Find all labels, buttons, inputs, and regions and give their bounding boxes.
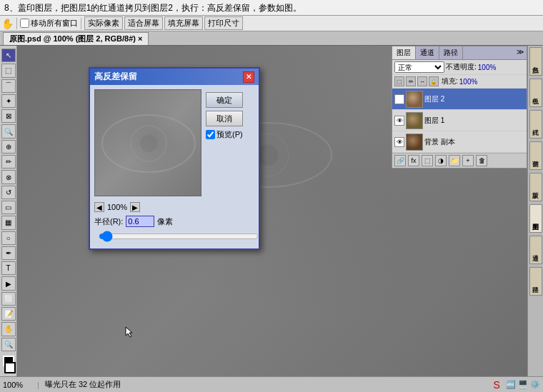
dialog-ok-button[interactable]: 确定	[206, 92, 243, 108]
zoom-tool[interactable]: 🔍	[1, 338, 16, 351]
channels-far-tab[interactable]: 通道	[529, 236, 542, 264]
move-tool[interactable]: ↖	[1, 49, 16, 62]
channels-tab[interactable]: 通道	[416, 46, 439, 59]
add-style-btn[interactable]: fx	[408, 155, 419, 166]
layer-2-thumb-inner	[407, 91, 422, 107]
hand-tool[interactable]: ✋	[1, 322, 16, 336]
background-color[interactable]	[4, 362, 16, 373]
text-tool[interactable]: T	[1, 261, 16, 275]
actual-pixels-btn[interactable]: 实际像素	[84, 16, 123, 30]
slider-row	[90, 231, 259, 248]
clone-tool[interactable]: ⊗	[1, 170, 16, 184]
marquee-tool[interactable]: ⬚	[1, 64, 16, 77]
styles-tab[interactable]: 样式	[529, 110, 542, 139]
dialog-body: 确定 取消 预览(P)	[90, 85, 259, 201]
far-right-panel: 颜色 色板 样式 调整 蒙版 图层 通道 路径	[527, 46, 543, 376]
move-all-windows-checkbox[interactable]	[20, 19, 29, 28]
paths-tab[interactable]: 路径	[439, 46, 463, 59]
main-tab[interactable]: 原图.psd @ 100% (图层 2, RGB/8#) ×	[3, 32, 149, 45]
layers-panel-header: 图层 通道 路径 ≫	[392, 46, 527, 60]
path-select-tool[interactable]: ▶	[1, 276, 16, 290]
preview-eye-svg	[95, 90, 201, 196]
history-brush-tool[interactable]: ↺	[1, 186, 16, 199]
dialog-cancel-button[interactable]: 取消	[206, 111, 243, 126]
swatches-tab[interactable]: 色板	[529, 79, 542, 107]
layer-row-2[interactable]: 👁 图层 2	[392, 89, 527, 110]
eraser-tool[interactable]: ▭	[1, 201, 16, 214]
radius-unit: 像素	[157, 216, 173, 227]
lock-transparent-icon[interactable]: ⬚	[394, 76, 404, 86]
status-info: 曝光只在 32 位起作用	[45, 379, 488, 390]
print-size-btn[interactable]: 打印尺寸	[204, 16, 243, 30]
masks-tab[interactable]: 蒙版	[529, 173, 542, 201]
preview-checkbox-label[interactable]: 预览(P)	[206, 129, 243, 140]
hand-tool-icon[interactable]: ✋	[1, 18, 14, 29]
fill-screen-btn[interactable]: 填充屏幕	[164, 16, 203, 30]
dialog-preview-image	[95, 90, 201, 196]
zoom-out-btn[interactable]: ◀	[94, 202, 104, 212]
pen-tool[interactable]: ✒	[1, 246, 16, 260]
layer-bg-visibility[interactable]: 👁	[394, 137, 404, 147]
dodge-tool[interactable]: ○	[1, 231, 16, 245]
dialog-close-button[interactable]: ✕	[243, 71, 254, 83]
move-all-windows-check[interactable]: 移动所有窗口	[20, 18, 78, 29]
adjustments-tab[interactable]: 调整	[529, 141, 542, 170]
high-pass-dialog: 高反差保留 ✕ 确定 取消	[89, 67, 260, 250]
layers-tab[interactable]: 图层	[392, 46, 416, 59]
add-mask-btn[interactable]: ⬚	[422, 155, 433, 166]
layers-far-tab[interactable]: 图层	[529, 204, 542, 233]
lasso-tool[interactable]: ⌒	[1, 79, 16, 93]
radius-row: 半径(R): 像素	[90, 213, 259, 231]
layer-bg-name: 背景 副本	[424, 137, 524, 147]
shape-tool[interactable]: ⬜	[1, 292, 16, 306]
layer-2-visibility[interactable]: 👁	[394, 94, 404, 104]
eyedropper-tool[interactable]: 🔍	[1, 124, 16, 138]
instruction-text: 8、盖印图层，把图层1的红通道拷贝到图层2，执行：高反差保留，参数如图。	[4, 3, 302, 13]
layer-1-thumb	[406, 112, 423, 129]
radius-slider[interactable]	[99, 231, 259, 241]
status-icon-s: S	[494, 379, 500, 391]
layer-row-bg[interactable]: 👁 背景 副本	[392, 131, 527, 153]
preview-label: 预览(P)	[216, 129, 243, 140]
blend-mode-select[interactable]: 正常	[394, 61, 444, 73]
preview-checkbox[interactable]	[206, 130, 215, 139]
opacity-value[interactable]: 100%	[478, 64, 497, 71]
instruction-bar: 8、盖印图层，把图层1的红通道拷贝到图层2，执行：高反差保留，参数如图。	[0, 0, 543, 16]
lock-move-icon[interactable]: ↔	[417, 76, 427, 86]
status-icons: 🔤 🖥️ ⚙️	[506, 380, 540, 389]
color-tab[interactable]: 颜色	[529, 47, 542, 76]
zoom-in-btn[interactable]: ▶	[130, 202, 140, 212]
layer-row-1[interactable]: 👁 图层 1	[392, 110, 527, 131]
radius-label: 半径(R):	[94, 216, 123, 227]
magic-wand-tool[interactable]: ✦	[1, 94, 16, 108]
dialog-title-bar[interactable]: 高反差保留 ✕	[90, 69, 259, 85]
healing-tool[interactable]: ⊕	[1, 140, 16, 154]
crop-tool[interactable]: ⊠	[1, 109, 16, 123]
dialog-preview	[94, 89, 201, 196]
add-group-btn[interactable]: 📁	[449, 155, 460, 166]
fill-label: 填充:	[442, 76, 458, 86]
radius-input[interactable]	[126, 216, 154, 227]
zoom-row: ◀ 100% ▶	[90, 201, 259, 213]
add-adjustment-btn[interactable]: ◑	[435, 155, 447, 166]
paths-far-tab[interactable]: 路径	[529, 267, 542, 296]
dialog-title-text: 高反差保留	[94, 71, 137, 83]
svg-point-5	[140, 135, 157, 152]
panel-menu-btn[interactable]: ≫	[514, 46, 527, 59]
layer-1-name: 图层 1	[424, 116, 524, 126]
separator	[16, 18, 17, 29]
fill-value[interactable]: 100%	[459, 78, 478, 86]
opacity-label: 不透明度:	[446, 62, 477, 72]
notes-tool[interactable]: 📝	[1, 307, 16, 321]
gradient-tool[interactable]: ▦	[1, 216, 16, 229]
lock-paint-icon[interactable]: ✏	[406, 76, 416, 86]
fit-screen-btn[interactable]: 适合屏幕	[124, 16, 163, 30]
brush-tool[interactable]: ✏	[1, 155, 16, 169]
new-layer-btn[interactable]: +	[462, 155, 474, 166]
link-layers-btn[interactable]: 🔗	[394, 155, 406, 166]
layer-1-visibility[interactable]: 👁	[394, 116, 404, 126]
layer-2-thumb	[406, 91, 423, 108]
delete-layer-btn[interactable]: 🗑	[476, 155, 487, 166]
lock-all-icon[interactable]: 🔒	[429, 76, 439, 86]
separator2	[81, 18, 81, 29]
